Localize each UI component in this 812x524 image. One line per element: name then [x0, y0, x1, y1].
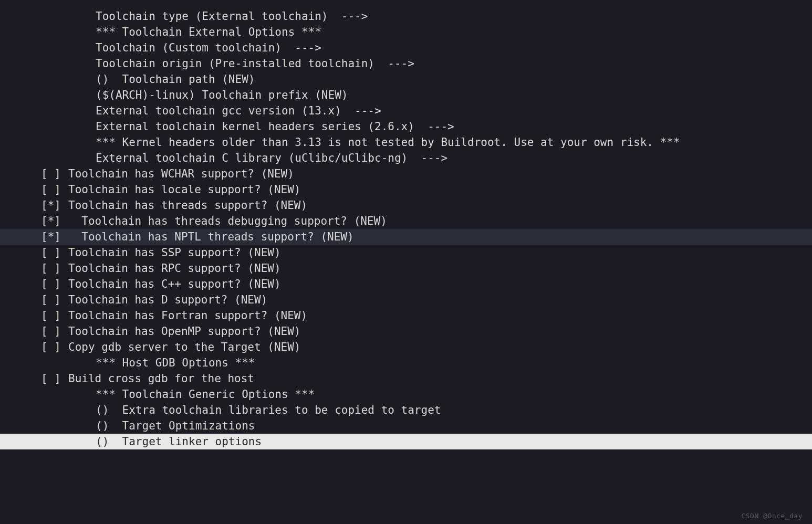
menu-line[interactable]: [ ]Toolchain has C++ support? (NEW) — [0, 276, 812, 292]
menu-line[interactable]: [ ]Toolchain has SSP support? (NEW) — [0, 245, 812, 260]
menu-line[interactable]: [ ]Toolchain has Fortran support? (NEW) — [0, 308, 812, 323]
menu-item-label: Toolchain has SSP support? (NEW) — [68, 246, 281, 259]
checkbox-checked-icon[interactable]: [*] — [41, 229, 68, 245]
menu-line[interactable]: [*] Toolchain has NPTL threads support? … — [0, 229, 812, 245]
menu-item-label: Toolchain origin (Pre-installed toolchai… — [96, 57, 414, 70]
menu-item-label: () Toolchain path (NEW) — [96, 73, 255, 86]
menu-item-label: Toolchain has WCHAR support? (NEW) — [68, 167, 294, 180]
menu-line[interactable]: [ ]Build cross gdb for the host — [0, 371, 812, 386]
menu-item-label: Toolchain has RPC support? (NEW) — [68, 262, 281, 275]
menu-item-label: Toolchain (Custom toolchain) ---> — [96, 41, 321, 54]
menu-line[interactable]: *** Host GDB Options *** — [0, 355, 812, 371]
checkbox-empty-icon[interactable]: [ ] — [41, 166, 68, 182]
menu-item-label: Toolchain has D support? (NEW) — [68, 294, 267, 306]
menu-line[interactable]: () Target linker options — [0, 434, 812, 449]
checkbox-empty-icon[interactable]: [ ] — [41, 276, 68, 292]
checkbox-empty-icon[interactable]: [ ] — [41, 292, 68, 308]
menu-line[interactable]: External toolchain gcc version (13.x) --… — [0, 103, 812, 119]
checkbox-checked-icon[interactable]: [*] — [41, 213, 68, 229]
menu-line[interactable]: *** Toolchain Generic Options *** — [0, 386, 812, 402]
menu-line[interactable]: [ ]Toolchain has D support? (NEW) — [0, 292, 812, 308]
menu-line[interactable]: () Toolchain path (NEW) — [0, 71, 812, 87]
menu-line[interactable]: External toolchain kernel headers series… — [0, 119, 812, 134]
checkbox-empty-icon[interactable]: [ ] — [41, 339, 68, 355]
menu-line[interactable]: ($(ARCH)-linux) Toolchain prefix (NEW) — [0, 87, 812, 103]
checkbox-empty-icon[interactable]: [ ] — [41, 371, 68, 386]
menu-line[interactable]: Toolchain type (External toolchain) ---> — [0, 8, 812, 24]
menu-line[interactable]: [ ]Toolchain has WCHAR support? (NEW) — [0, 166, 812, 182]
checkbox-empty-icon[interactable]: [ ] — [41, 182, 68, 197]
menu-item-label: *** Toolchain External Options *** — [96, 26, 321, 38]
menu-item-label: External toolchain C library (uClibc/uCl… — [96, 152, 447, 164]
menu-line[interactable]: [*]Toolchain has threads support? (NEW) — [0, 197, 812, 213]
menu-line[interactable]: *** Kernel headers older than 3.13 is no… — [0, 134, 812, 150]
menu-item-label: External toolchain gcc version (13.x) --… — [96, 104, 381, 117]
menu-line[interactable]: [ ]Toolchain has locale support? (NEW) — [0, 182, 812, 197]
checkbox-checked-icon[interactable]: [*] — [41, 197, 68, 213]
menu-line[interactable]: [ ]Toolchain has RPC support? (NEW) — [0, 260, 812, 276]
menu-line[interactable]: [*] Toolchain has threads debugging supp… — [0, 213, 812, 229]
menu-item-label: Toolchain has C++ support? (NEW) — [68, 278, 281, 290]
menu-item-label: ($(ARCH)-linux) Toolchain prefix (NEW) — [96, 89, 348, 101]
menu-item-label: Toolchain has locale support? (NEW) — [68, 183, 301, 196]
menu-line[interactable]: () Target Optimizations — [0, 418, 812, 434]
watermark: CSDN @Once_day — [741, 512, 803, 520]
menuconfig-screen: Toolchain type (External toolchain) --->… — [0, 0, 812, 449]
menu-item-label: *** Host GDB Options *** — [96, 357, 255, 369]
menu-item-label: Toolchain has OpenMP support? (NEW) — [68, 325, 301, 338]
menu-item-label: Copy gdb server to the Target (NEW) — [68, 341, 301, 353]
checkbox-empty-icon[interactable]: [ ] — [41, 245, 68, 260]
menu-item-label: Toolchain has NPTL threads support? (NEW… — [68, 230, 354, 243]
menu-item-label: Toolchain has threads support? (NEW) — [68, 199, 307, 212]
menu-item-label: *** Kernel headers older than 3.13 is no… — [96, 136, 680, 149]
menu-item-label: Build cross gdb for the host — [68, 372, 254, 385]
menu-line[interactable]: Toolchain (Custom toolchain) ---> — [0, 40, 812, 56]
menu-line[interactable]: Toolchain origin (Pre-installed toolchai… — [0, 56, 812, 71]
menu-line[interactable]: *** Toolchain External Options *** — [0, 24, 812, 40]
checkbox-empty-icon[interactable]: [ ] — [41, 260, 68, 276]
menu-item-label: External toolchain kernel headers series… — [96, 120, 454, 133]
menu-item-label: Toolchain has threads debugging support?… — [68, 215, 387, 227]
menu-line[interactable]: External toolchain C library (uClibc/uCl… — [0, 150, 812, 166]
menu-item-label: *** Toolchain Generic Options *** — [96, 388, 315, 401]
menu-item-label: () Extra toolchain libraries to be copie… — [96, 404, 441, 416]
menu-item-label: () Target linker options — [96, 435, 262, 448]
menu-item-label: () Target Optimizations — [96, 420, 255, 432]
checkbox-empty-icon[interactable]: [ ] — [41, 323, 68, 339]
menu-item-label: Toolchain type (External toolchain) ---> — [96, 10, 368, 23]
checkbox-empty-icon[interactable]: [ ] — [41, 308, 68, 323]
menu-line[interactable]: [ ]Copy gdb server to the Target (NEW) — [0, 339, 812, 355]
menu-item-label: Toolchain has Fortran support? (NEW) — [68, 309, 307, 322]
menu-line[interactable]: [ ]Toolchain has OpenMP support? (NEW) — [0, 323, 812, 339]
menu-line[interactable]: () Extra toolchain libraries to be copie… — [0, 402, 812, 418]
